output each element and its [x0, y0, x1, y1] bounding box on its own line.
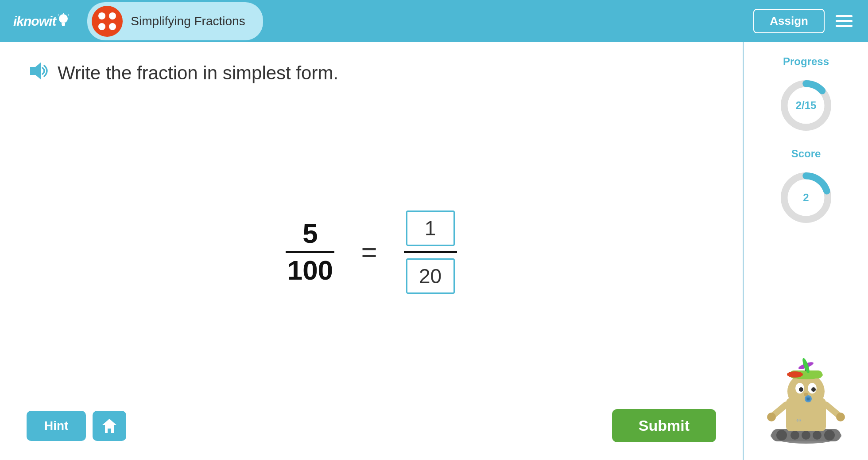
given-denominator: 100 [287, 255, 333, 284]
denominator-input-box[interactable]: 20 [406, 258, 455, 294]
sidebar: Progress 2/15 Score 2 [744, 42, 868, 460]
answer-denominator-value: 20 [419, 264, 442, 288]
fraction-area: 5 100 = 1 20 [27, 104, 716, 400]
progress-donut: 2/15 [777, 77, 835, 134]
svg-text:⇔: ⇔ [796, 417, 802, 424]
dot-2 [109, 12, 116, 19]
svg-rect-1 [62, 23, 65, 25]
bottom-left: Hint [27, 411, 126, 441]
assign-button[interactable]: Assign [753, 9, 825, 33]
svg-point-36 [767, 413, 776, 421]
logo-text: iknowit [13, 14, 56, 29]
given-fraction: 5 100 [286, 220, 334, 284]
progress-value: 2/15 [796, 99, 817, 112]
header: iknowit Simplifying Fractions Assign [0, 0, 868, 42]
home-button[interactable] [93, 411, 126, 441]
question-header: Write the fraction in simplest form. [27, 60, 716, 86]
dot-3 [98, 23, 105, 30]
hint-button[interactable]: Hint [27, 411, 86, 441]
hamburger-line-2 [836, 20, 852, 22]
speaker-svg [27, 60, 49, 82]
dot-4 [109, 23, 116, 30]
submit-button[interactable]: Submit [612, 409, 716, 442]
logo-bulb-icon [57, 13, 70, 27]
svg-line-4 [68, 15, 69, 16]
given-numerator: 5 [302, 220, 318, 249]
bottom-bar: Hint Submit [27, 409, 716, 442]
svg-marker-7 [102, 419, 116, 433]
svg-line-35 [773, 405, 786, 416]
home-icon [101, 417, 118, 435]
svg-point-14 [776, 430, 787, 441]
equals-sign: = [361, 236, 377, 268]
svg-point-17 [813, 431, 822, 440]
mascot-svg: ⇔ [757, 340, 855, 447]
score-label: Score [791, 148, 821, 160]
svg-rect-2 [62, 25, 65, 26]
answer-numerator-value: 1 [425, 216, 436, 240]
header-right: Assign [753, 9, 855, 33]
svg-point-0 [59, 14, 68, 23]
dot-1 [98, 12, 105, 19]
lesson-icon-circle [92, 6, 123, 37]
answer-fraction: 1 20 [404, 211, 457, 294]
progress-label: Progress [783, 55, 829, 68]
svg-point-15 [790, 431, 799, 440]
score-donut: 2 [777, 169, 835, 226]
svg-point-38 [836, 413, 845, 421]
mascot-area: ⇔ [753, 336, 859, 447]
score-value: 2 [803, 191, 809, 204]
svg-marker-6 [30, 62, 41, 79]
lesson-dots [95, 9, 120, 34]
hamburger-line-1 [836, 15, 852, 17]
hamburger-line-3 [836, 25, 852, 27]
svg-point-24 [811, 387, 816, 392]
hamburger-button[interactable] [833, 13, 855, 29]
fraction-line-given [286, 251, 334, 253]
content-area: Write the fraction in simplest form. 5 1… [0, 42, 743, 460]
sound-icon[interactable] [27, 60, 49, 86]
svg-point-31 [787, 371, 803, 378]
answer-fraction-line [404, 251, 457, 253]
svg-point-18 [824, 430, 835, 441]
svg-line-5 [58, 15, 59, 16]
svg-rect-28 [807, 398, 810, 400]
lesson-icon-area: Simplifying Fractions [87, 2, 263, 40]
lesson-title: Simplifying Fractions [131, 14, 245, 28]
svg-point-23 [799, 387, 803, 392]
svg-point-16 [802, 431, 810, 440]
logo-area: iknowit [13, 13, 70, 29]
numerator-input-box[interactable]: 1 [406, 211, 455, 246]
question-text: Write the fraction in simplest form. [58, 62, 338, 84]
main-area: Write the fraction in simplest form. 5 1… [0, 42, 868, 460]
svg-line-37 [826, 405, 839, 416]
